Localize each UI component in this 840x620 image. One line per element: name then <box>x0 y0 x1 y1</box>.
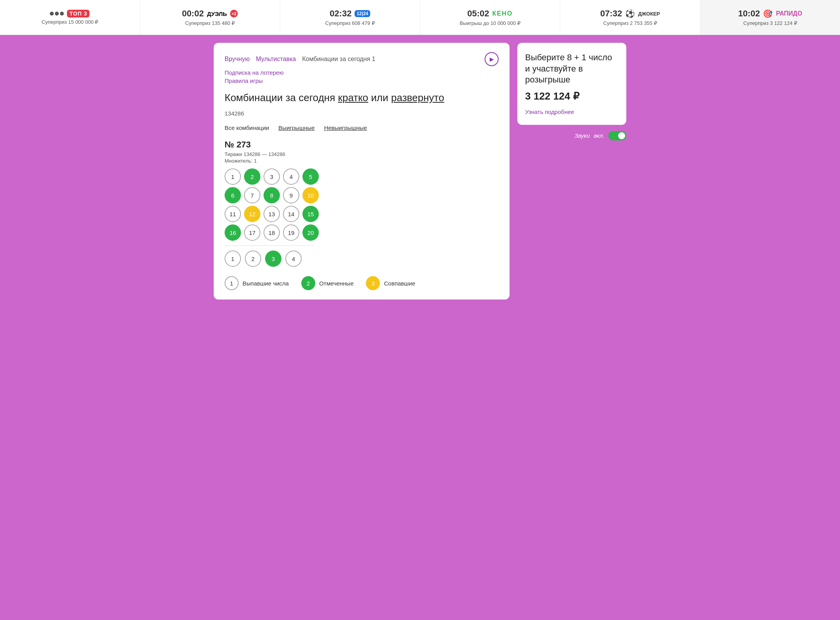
top-bar: ТОП 3 Суперприз 15 000 000 ₽ 00:02 ДУЭЛЬ… <box>0 0 840 35</box>
legend-ball: 2 <box>301 276 315 290</box>
legend: 1Выпавшие числа2Отмеченные3Совпавшие <box>225 276 499 290</box>
keno-superprize: Выигрыш до 10 000 000 ₽ <box>460 20 520 26</box>
rules-link[interactable]: Правила игры <box>225 77 499 84</box>
grid-ball-8: 8 <box>264 187 280 203</box>
sound-label: Звуки <box>575 132 590 139</box>
nav-manual[interactable]: Вручную <box>225 56 250 63</box>
duel-superprize: Суперприз 135 480 ₽ <box>185 20 235 26</box>
grid-ball-17: 17 <box>244 224 260 241</box>
rapido-logo: РАПИДО <box>776 10 802 17</box>
play-button[interactable]: ▶ <box>485 52 499 66</box>
rapido-time: 10:02 <box>738 9 760 19</box>
bonus-ball-3: 3 <box>265 250 281 267</box>
bonus-ball-2: 2 <box>245 250 261 267</box>
grid-ball-19: 19 <box>283 224 299 241</box>
grid-ball-1: 1 <box>225 168 241 185</box>
sound-toggle-switch[interactable] <box>608 131 626 140</box>
legend-item: 1Выпавшие числа <box>225 276 289 290</box>
legend-item: 3Совпавшие <box>366 276 415 290</box>
grid-ball-4: 4 <box>283 168 299 185</box>
top3-superprize: Суперприз 15 000 000 ₽ <box>42 19 98 25</box>
grid-ball-5: 5 <box>302 168 319 185</box>
promo-link[interactable]: Узнать подробнее <box>525 109 574 115</box>
number-grid: 1234567891011121314151617181920 <box>225 168 499 241</box>
right-panel: Выберите 8 + 1 число и участвуйте в розы… <box>517 43 626 299</box>
legend-label: Выпавшие числа <box>243 280 289 287</box>
grid-ball-2: 2 <box>244 168 260 185</box>
main-content: Вручную Мультиставка Комбинации за сегод… <box>206 35 634 307</box>
grid-ball-6: 6 <box>225 187 241 203</box>
grid-ball-13: 13 <box>264 206 280 222</box>
duel-time: 00:02 <box>182 9 204 19</box>
topbar-item-duel[interactable]: 00:02 ДУЭЛЬ ×2 Суперприз 135 480 ₽ <box>140 0 280 35</box>
topbar-item-1224[interactable]: 02:32 12|24 Суперприз 608 479 ₽ <box>280 0 420 35</box>
bonus-ball-4: 4 <box>285 250 302 267</box>
sound-toggle: Звуки вкл. <box>517 131 626 140</box>
nav-multibet[interactable]: Мультиставка <box>256 56 296 63</box>
grid-ball-11: 11 <box>225 206 241 222</box>
nav-links: Вручную Мультиставка Комбинации за сегод… <box>225 52 499 66</box>
promo-amount: 3 122 124 ₽ <box>525 90 619 102</box>
subscribe-link[interactable]: Подписка на лотерею <box>225 69 499 76</box>
filter-tabs: Все комбинации Выигрышные Невыигрышные <box>225 124 499 132</box>
bonus-row: 1234 <box>225 250 499 267</box>
grid-ball-12: 12 <box>244 206 260 222</box>
grid-ball-20: 20 <box>302 224 319 241</box>
grid-ball-7: 7 <box>244 187 260 203</box>
rapido-logo-icon: 🎯 <box>763 9 773 18</box>
ticket-id: 134286 <box>225 110 499 117</box>
promo-title: Выберите 8 + 1 число и участвуйте в розы… <box>525 52 619 86</box>
promo-card: Выберите 8 + 1 число и участвуйте в розы… <box>517 43 626 125</box>
keno-logo: КЕНО <box>492 10 513 17</box>
combo-draws: Тиражи 134286 — 134286 <box>225 151 499 157</box>
joker-emoji-icon: ⚽ <box>625 9 635 18</box>
joker-logo: ДЖОКЕР <box>638 11 660 17</box>
legend-label: Отмеченные <box>319 280 354 287</box>
grid-ball-14: 14 <box>283 206 299 222</box>
legend-item: 2Отмеченные <box>301 276 354 290</box>
sound-state: вкл. <box>594 132 605 139</box>
topbar-item-keno[interactable]: 05:02 КЕНО Выигрыш до 10 000 000 ₽ <box>420 0 560 35</box>
top3-logo: ТОП 3 <box>67 10 90 18</box>
topbar-item-rapido[interactable]: 10:02 🎯 РАПИДО Суперприз 3 122 124 ₽ <box>700 0 840 35</box>
top3-dots-icon <box>50 12 64 16</box>
grid-ball-15: 15 <box>302 206 319 222</box>
legend-label: Совпавшие <box>384 280 415 287</box>
filter-losing[interactable]: Невыигрышные <box>324 124 367 132</box>
sub-links: Подписка на лотерею Правила игры <box>225 69 499 84</box>
filter-all[interactable]: Все комбинации <box>225 124 269 132</box>
grid-ball-3: 3 <box>264 168 280 185</box>
keno-time: 05:02 <box>467 9 489 19</box>
joker-superprize: Суперприз 2 753 355 ₽ <box>603 20 657 26</box>
joker-time: 07:32 <box>600 9 622 19</box>
duel-badge: ×2 <box>230 10 238 18</box>
page-title: Комбинации за сегодня кратко или разверн… <box>225 92 499 104</box>
topbar-item-top3[interactable]: ТОП 3 Суперприз 15 000 000 ₽ <box>0 0 140 35</box>
rapido-superprize: Суперприз 3 122 124 ₽ <box>743 20 797 26</box>
bonus-ball-1: 1 <box>225 250 241 267</box>
1224-superprize: Суперприз 608 479 ₽ <box>325 20 375 26</box>
combo-multiplier: Множитель: 1 <box>225 158 499 164</box>
filter-winning[interactable]: Выигрышные <box>278 124 315 132</box>
duel-logo-text: ДУЭЛЬ <box>207 11 227 17</box>
grid-ball-9: 9 <box>283 187 299 203</box>
nav-combos-label: Комбинации за сегодня 1 <box>302 56 375 63</box>
1224-logo: 12|24 <box>355 10 370 17</box>
grid-ball-16: 16 <box>225 224 241 241</box>
legend-ball: 3 <box>366 276 380 290</box>
divider <box>225 245 314 246</box>
left-panel: Вручную Мультиставка Комбинации за сегод… <box>214 43 510 299</box>
combo-card: № 273 Тиражи 134286 — 134286 Множитель: … <box>225 140 499 267</box>
1224-time: 02:32 <box>330 9 351 19</box>
combo-number: № 273 <box>225 140 499 150</box>
grid-ball-18: 18 <box>264 224 280 241</box>
topbar-item-joker[interactable]: 07:32 ⚽ ДЖОКЕР Суперприз 2 753 355 ₽ <box>560 0 700 35</box>
legend-ball: 1 <box>225 276 239 290</box>
grid-ball-10: 10 <box>302 187 319 203</box>
